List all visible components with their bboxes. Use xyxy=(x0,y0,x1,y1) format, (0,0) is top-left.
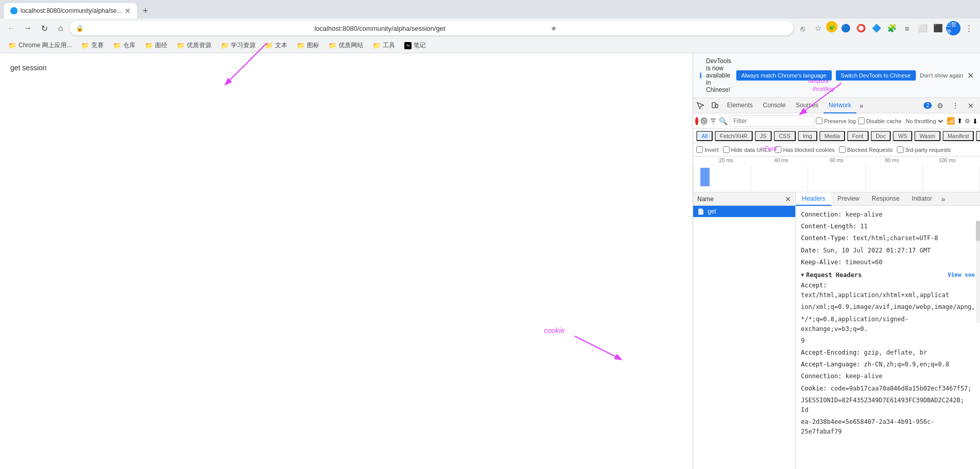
extension7-icon[interactable]: ⬛ xyxy=(931,21,945,35)
bookmark-youzhi-site[interactable]: 📁 优质网站 xyxy=(324,40,367,51)
banner-close-btn[interactable]: ✕ xyxy=(967,71,974,81)
reload-btn[interactable]: ↻ xyxy=(37,21,51,35)
tab-close-btn[interactable]: ✕ xyxy=(125,7,131,15)
devtools-close-btn[interactable]: ✕ xyxy=(964,99,978,113)
back-btn[interactable]: ← xyxy=(4,21,18,35)
inspect-element-btn[interactable] xyxy=(693,99,708,113)
filter-fetchxhr-btn[interactable]: Fetch/XHR xyxy=(715,131,753,141)
throttle-select[interactable]: No throttling xyxy=(904,118,945,125)
view-source-link[interactable]: View sou xyxy=(948,271,975,278)
scrollbar-thumb[interactable] xyxy=(976,221,980,241)
blocked-requests-checkbox[interactable] xyxy=(839,146,846,153)
bookmark-mianjing[interactable]: 📁 面经 xyxy=(141,40,171,51)
bookmark-gongju[interactable]: 📁 工具 xyxy=(368,40,399,51)
devtools-settings-btn[interactable]: ⚙ xyxy=(933,99,947,113)
bookmark-label: 面经 xyxy=(155,41,167,50)
bookmark-chrome-apps[interactable]: 📁 Chrome 网上应用... xyxy=(4,40,76,51)
timeline-tick-4 xyxy=(865,166,923,192)
devtools-more-btn[interactable]: ⋮ xyxy=(948,99,963,113)
new-tab-btn[interactable]: + xyxy=(137,3,153,18)
filter-font-btn[interactable]: Font xyxy=(847,131,869,141)
filter-ws-btn[interactable]: WS xyxy=(893,131,912,141)
invert-checkbox[interactable] xyxy=(696,146,703,153)
forward-btn[interactable]: → xyxy=(21,21,35,35)
address-input[interactable]: 🔒 localhost:8080/community/alpha/session… xyxy=(70,21,793,35)
req-header-cookie-cont2: ea-2d38b4ee=5e658407-2a34-4b91-956c-25e7… xyxy=(801,416,975,438)
filter-input[interactable] xyxy=(730,115,814,127)
bookmark-notion[interactable]: N 笔记 xyxy=(400,40,430,51)
tab-sources[interactable]: Sources xyxy=(791,98,824,113)
extension3-icon[interactable]: ⭕ xyxy=(854,21,868,35)
filter-other-btn[interactable]: Other xyxy=(976,131,980,141)
bookmark-label: Chrome 网上应用... xyxy=(18,41,72,50)
scrollbar-track xyxy=(976,221,980,323)
dont-show-again-btn[interactable]: Don't show again xyxy=(920,72,963,79)
section-triangle-icon: ▼ xyxy=(801,272,804,278)
clear-network-btn[interactable] xyxy=(700,117,708,125)
bookmark-tubiao[interactable]: 📁 图标 xyxy=(292,40,323,51)
tab-network[interactable]: Network xyxy=(824,98,856,113)
timeline-tick-2 xyxy=(751,166,808,192)
extension4-icon[interactable]: 🔷 xyxy=(869,21,884,35)
bookmark-label: 工具 xyxy=(383,41,395,50)
extension1-icon[interactable]: 🧩 xyxy=(826,21,837,32)
filter-all-btn[interactable]: All xyxy=(696,131,713,141)
bookmark-xuexi[interactable]: 📁 学习资源 xyxy=(217,40,260,51)
active-tab[interactable]: 🌐 localhost:8080/community/alpha/se... ✕ xyxy=(4,3,137,18)
extension5-icon[interactable]: 🧩 xyxy=(885,21,899,35)
share-icon[interactable]: ⎋ xyxy=(795,21,810,35)
detail-tab-initiator[interactable]: Initiator xyxy=(906,192,938,206)
search-network-btn[interactable]: 🔍 xyxy=(719,116,728,126)
home-btn[interactable]: ⌂ xyxy=(53,21,68,35)
bookmark-label: 学习资源 xyxy=(231,41,256,50)
bookmark-jingsai[interactable]: 📁 竞赛 xyxy=(77,40,108,51)
extension6-icon[interactable]: ≡ xyxy=(900,21,914,35)
filter-manifest-btn[interactable]: Manifest xyxy=(943,131,974,141)
switch-chinese-btn[interactable]: Switch DevTools to Chinese xyxy=(836,70,916,81)
timeline-request-bar xyxy=(700,168,710,186)
filter-doc-btn[interactable]: Doc xyxy=(871,131,891,141)
filter-wasm-btn[interactable]: Wasm xyxy=(914,131,940,141)
filter-media-btn[interactable]: Media xyxy=(819,131,845,141)
detail-tab-more[interactable]: » xyxy=(938,192,948,205)
detail-tab-preview[interactable]: Preview xyxy=(831,192,866,206)
request-row-get[interactable]: 📄 get xyxy=(693,206,795,217)
tab-more-btn[interactable]: » xyxy=(856,98,867,113)
record-btn[interactable] xyxy=(695,117,698,125)
detail-tab-response[interactable]: Response xyxy=(866,192,906,206)
name-header: Name ✕ xyxy=(693,192,795,206)
match-language-btn[interactable]: Always match Chrome's language xyxy=(736,70,832,81)
extension2-icon[interactable]: 🔵 xyxy=(838,21,853,35)
profile-btn[interactable]: 已暂停 xyxy=(946,21,961,35)
timeline-grid xyxy=(693,166,980,192)
filter-js-btn[interactable]: JS xyxy=(755,131,772,141)
bookmark-wenben[interactable]: 📁 文本 xyxy=(261,40,291,51)
bookmark-youzhi[interactable]: 📁 优质资源 xyxy=(172,40,215,51)
preserve-log-checkbox[interactable] xyxy=(816,118,822,124)
menu-icon[interactable]: ⋮ xyxy=(962,21,976,35)
filter-toggle-btn[interactable] xyxy=(710,116,717,126)
tab-console[interactable]: Console xyxy=(758,98,791,113)
folder-icon: 📁 xyxy=(177,42,185,49)
req-header-accept-cont3: 9 xyxy=(801,335,975,347)
address-bar-row: ← → ↻ ⌂ 🔒 localhost:8080/community/alpha… xyxy=(0,18,980,38)
request-headers-label: Request Headers xyxy=(806,271,861,279)
filter-img-btn[interactable]: Img xyxy=(798,131,817,141)
filter-css-btn[interactable]: CSS xyxy=(774,131,796,141)
bookmark-cangku[interactable]: 📁 仓库 xyxy=(109,40,140,51)
has-blocked-cookies-checkbox[interactable] xyxy=(775,146,781,153)
disable-cache-checkbox[interactable] xyxy=(858,118,865,124)
3rd-party-checkbox[interactable] xyxy=(897,146,904,153)
hide-data-urls-checkbox[interactable] xyxy=(723,146,730,153)
invert-label: Invert xyxy=(696,146,719,153)
device-toolbar-btn[interactable] xyxy=(708,99,722,113)
header-date: Date: Sun, 10 Jul 2022 01:27:17 GMT xyxy=(801,245,975,257)
bookmark-label: 笔记 xyxy=(414,41,426,50)
req-header-accept-encoding: Accept-Encoding: gzip, deflate, br xyxy=(801,347,975,359)
detail-tab-headers[interactable]: Headers xyxy=(796,192,831,206)
close-detail-btn[interactable]: ✕ xyxy=(785,195,791,203)
tab-elements[interactable]: Elements xyxy=(722,98,758,113)
detail-content[interactable]: Connection: keep-alive Content-Length: 1… xyxy=(796,206,980,469)
pip-icon[interactable]: ⬜ xyxy=(915,21,930,35)
bookmark-star-icon[interactable]: ☆ xyxy=(811,21,825,35)
